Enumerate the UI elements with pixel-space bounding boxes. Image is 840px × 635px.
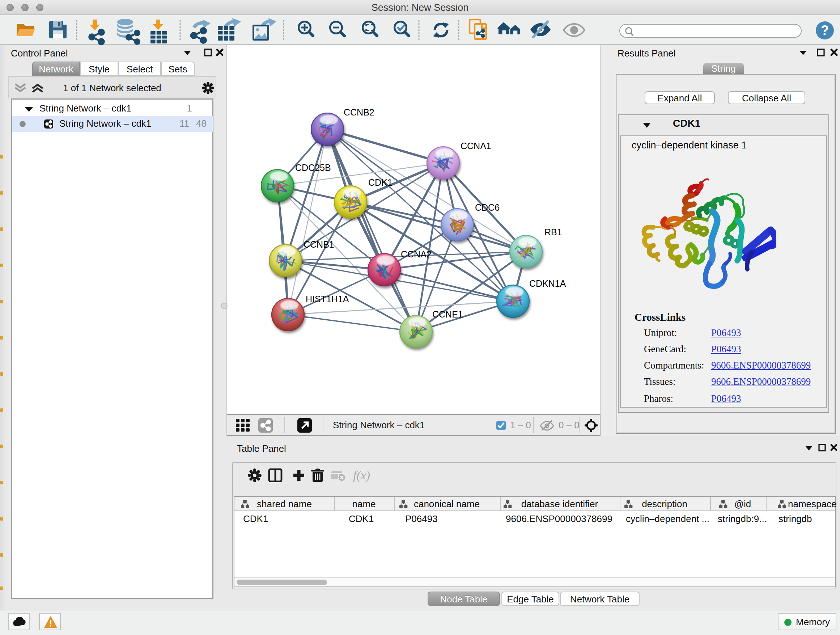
svg-text:CDC25B: CDC25B [295,163,331,173]
svg-text:CCNA1: CCNA1 [461,141,491,151]
svg-text:CDC6: CDC6 [475,203,500,212]
svg-text:f(x): f(x) [353,469,370,482]
svg-text:RB1: RB1 [545,227,562,237]
svg-text:CDKN1A: CDKN1A [529,279,566,288]
svg-text:CCNA2: CCNA2 [401,249,431,259]
svg-text:CCNB1: CCNB1 [303,239,334,249]
svg-text:CCNB2: CCNB2 [344,107,374,117]
svg-text:CDK1: CDK1 [368,177,393,187]
svg-text:?: ? [821,23,829,38]
svg-text:CCNE1: CCNE1 [432,309,463,319]
svg-text:HIST1H1A: HIST1H1A [306,294,349,304]
